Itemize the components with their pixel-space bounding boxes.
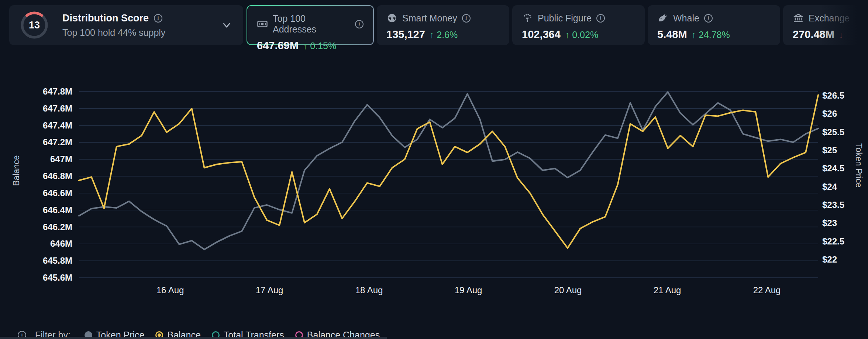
info-icon[interactable]: i [704,14,713,23]
stat-value: 5.48M [657,28,687,41]
money-icon [257,18,268,30]
stat-card-top-100-addresses[interactable]: Top 100 Addresses i 647.69M ↑ 0.15% [247,5,374,45]
stat-label: Top 100 Addresses [273,13,350,35]
right-axis-tick: $26 [822,109,837,119]
distribution-score-title: Distribution Score [62,13,149,24]
stat-value: 135,127 [386,28,425,41]
stat-card-public-figure[interactable]: Public Figure i 102,364 ↑ 0.02% [512,5,645,45]
stat-card-exchange[interactable]: Exchange 270.48M ↓ [783,5,868,45]
distribution-score-card[interactable]: 13 Distribution Score i Top 100 hold 44%… [9,5,243,45]
right-axis-tick: $23.5 [822,200,844,210]
bottom-panel-edge [0,337,387,339]
stat-label: Whale [673,13,699,24]
whale-icon [657,13,668,24]
stat-change: ↓ [839,30,844,40]
x-axis-tick: 21 Aug [654,285,681,295]
right-axis-tick: $22 [822,255,837,264]
left-axis-tick: 647.6M [17,104,72,113]
left-axis-tick: 646.2M [17,222,72,232]
stat-card-whale[interactable]: Whale i 5.48M ↑ 24.78% [648,5,780,45]
stat-label: Smart Money [402,13,457,24]
info-icon[interactable]: i [355,20,364,28]
left-axis-tick: 645.8M [17,256,72,266]
right-axis-tick: $24.5 [822,164,844,173]
bank-icon [793,13,804,24]
balance-axis-title: Balance [11,155,21,186]
stat-change: ↑ 0.15% [303,41,336,51]
stat-change: ↑ 24.78% [692,30,730,40]
left-axis-tick: 647.8M [17,87,72,96]
right-axis-tick: $25 [822,145,837,155]
public-figure-icon [522,13,533,24]
stat-value: 270.48M [793,28,834,41]
chevron-down-icon[interactable] [221,20,232,31]
info-icon[interactable]: i [462,14,471,23]
right-axis-tick: $25.5 [822,127,844,137]
token-price-axis-title: Token Price [854,143,864,188]
left-axis-tick: 646.4M [17,205,72,215]
left-axis-tick: 647M [17,154,72,164]
distribution-score-gauge: 13 [20,11,48,39]
stat-value: 102,364 [522,28,561,41]
balance-line[interactable] [79,95,818,248]
right-axis-tick: $26.5 [822,91,844,100]
left-axis-tick: 646M [17,239,72,249]
x-axis-tick: 16 Aug [156,285,184,295]
right-axis-tick: $22.5 [822,237,844,246]
stat-change: ↑ 2.6% [430,30,458,40]
x-axis-tick: 19 Aug [455,285,482,295]
left-axis-tick: 647.2M [17,137,72,147]
distribution-score-value: 13 [20,11,48,39]
info-icon[interactable]: i [154,14,162,23]
smart-money-icon [386,13,397,24]
x-axis-tick: 17 Aug [256,285,283,295]
x-axis-tick: 18 Aug [355,285,383,295]
stat-card-smart-money[interactable]: Smart Money i 135,127 ↑ 2.6% [377,5,509,45]
left-axis-tick: 645.6M [17,273,72,282]
left-axis-tick: 646.6M [17,188,72,198]
right-axis-tick: $23 [822,218,837,228]
distribution-score-subtitle: Top 100 hold 44% supply [62,27,165,38]
left-axis-tick: 646.8M [17,171,72,181]
stat-label: Public Figure [538,13,592,24]
info-icon[interactable]: i [596,14,605,23]
left-axis-tick: 647.4M [17,121,72,130]
x-axis-tick: 20 Aug [554,285,582,295]
stat-change: ↑ 0.02% [565,30,598,40]
x-axis-tick: 22 Aug [753,285,781,295]
chart-gridlines [79,92,818,278]
stat-value: 647.69M [257,40,299,52]
right-axis-tick: $24 [822,182,837,192]
stats-cards-row: 13 Distribution Score i Top 100 hold 44%… [0,0,868,50]
balance-price-chart[interactable] [0,0,868,339]
stat-label: Exchange [809,13,850,24]
